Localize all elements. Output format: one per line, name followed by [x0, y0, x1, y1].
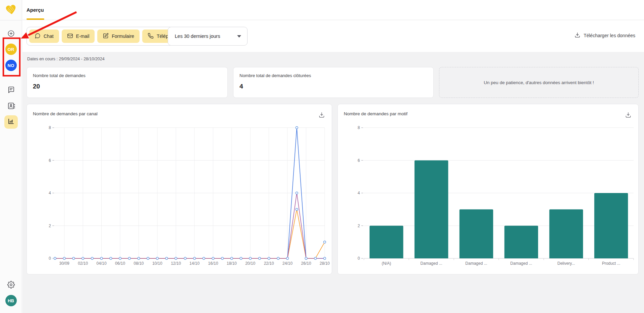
line-chart: 30/0902/1004/1006/1008/1010/1012/1014/10… — [27, 104, 332, 274]
sidebar-header-divider — [0, 20, 22, 20]
svg-text:6: 6 — [49, 158, 51, 163]
chat-icon — [7, 86, 15, 95]
svg-text:26/10: 26/10 — [301, 261, 311, 266]
sidebar-item-conversations[interactable] — [7, 86, 15, 95]
stat-closed-value: 4 — [239, 83, 427, 90]
svg-text:Damaged ...: Damaged ... — [465, 261, 487, 266]
svg-text:04/10: 04/10 — [97, 261, 107, 266]
envelope-icon — [67, 33, 73, 40]
period-select[interactable]: Les 30 derniers jours — [168, 27, 248, 46]
line-chart-title: Nombre de demandes par canal — [33, 111, 98, 116]
channel-filter-group: Chat E-mail Formulaire — [26, 27, 187, 46]
bar-chart-icon — [7, 118, 15, 126]
filter-bar: Chat E-mail Formulaire — [22, 20, 644, 52]
plus-circle-icon — [7, 29, 15, 39]
date-range-label: Dates en cours : 29/09/2024 - 28/10/2024 — [27, 57, 105, 61]
svg-text:8: 8 — [358, 125, 360, 130]
gear-icon — [7, 281, 15, 290]
avatar-or: OR — [5, 44, 17, 55]
bar-chart: 02468(N/A)Damaged ...Damaged ...Damaged … — [338, 104, 639, 274]
coming-soon-card: Un peu de patience, d'autres données arr… — [439, 67, 639, 98]
chat-bubble-icon — [35, 33, 41, 40]
main-content: Dates en cours : 29/09/2024 - 28/10/2024… — [22, 52, 644, 313]
tab-apercu[interactable]: Aperçu — [26, 7, 44, 13]
svg-text:Product ...: Product ... — [602, 261, 621, 266]
filter-email-button[interactable]: E-mail — [62, 29, 95, 43]
phone-icon — [148, 33, 154, 40]
bar-chart-download-button[interactable] — [625, 112, 632, 120]
add-workspace-button[interactable] — [7, 29, 15, 39]
sidebar-item-contacts[interactable] — [7, 102, 15, 111]
svg-text:08/10: 08/10 — [134, 261, 144, 266]
svg-text:(N/A): (N/A) — [382, 261, 391, 266]
svg-text:12/10: 12/10 — [171, 261, 181, 266]
workspace-avatar-no[interactable]: NO — [5, 60, 17, 71]
svg-text:16/10: 16/10 — [208, 261, 218, 266]
analytics-active-tile — [4, 115, 18, 129]
svg-text:20/10: 20/10 — [245, 261, 255, 266]
svg-text:2: 2 — [49, 224, 51, 228]
sidebar-item-settings[interactable] — [7, 281, 15, 290]
heart-logo-icon — [5, 4, 17, 16]
period-select-value: Les 30 derniers jours — [175, 34, 220, 39]
form-pen-icon — [103, 33, 109, 40]
svg-text:28/10: 28/10 — [320, 261, 330, 266]
svg-text:24/10: 24/10 — [282, 261, 292, 266]
svg-text:8: 8 — [49, 125, 51, 130]
download-data-button[interactable]: Télécharger les données — [574, 32, 635, 39]
svg-text:0: 0 — [49, 256, 51, 261]
sidebar-item-analytics-active[interactable] — [4, 115, 18, 129]
user-avatar-hb[interactable]: HB — [5, 295, 17, 306]
svg-text:18/10: 18/10 — [227, 261, 237, 266]
svg-text:06/10: 06/10 — [115, 261, 125, 266]
svg-text:0: 0 — [358, 256, 360, 261]
download-icon — [574, 32, 581, 39]
chevron-down-icon — [237, 35, 241, 38]
svg-text:02/10: 02/10 — [78, 261, 88, 266]
app-logo[interactable] — [5, 4, 17, 16]
stat-total-value: 20 — [33, 83, 221, 90]
stat-total-label: Nombre total de demandes — [33, 73, 221, 78]
filter-form-button[interactable]: Formulaire — [97, 29, 140, 43]
svg-text:Damaged ...: Damaged ... — [420, 261, 442, 266]
stat-card-closed: Nombre total de demandes clôturées 4 — [233, 67, 434, 98]
contacts-icon — [7, 102, 15, 111]
sidebar: OR NO — [0, 0, 22, 313]
svg-text:30/09: 30/09 — [59, 261, 69, 266]
line-chart-download-button[interactable] — [318, 112, 325, 120]
svg-text:4: 4 — [358, 191, 360, 195]
stat-closed-label: Nombre total de demandes clôturées — [239, 73, 427, 78]
svg-text:14/10: 14/10 — [190, 261, 200, 266]
filter-email-label: E-mail — [76, 34, 90, 39]
download-label: Télécharger les données — [584, 33, 635, 38]
svg-text:Damaged ...: Damaged ... — [510, 261, 532, 266]
workspace-avatar-or[interactable]: OR — [5, 44, 17, 55]
svg-text:Delivery...: Delivery... — [557, 261, 575, 266]
filter-chat-button[interactable]: Chat — [29, 29, 59, 43]
svg-text:2: 2 — [358, 224, 360, 228]
avatar-no: NO — [5, 60, 17, 71]
topbar: Aperçu — [22, 0, 644, 20]
coming-soon-text: Un peu de patience, d'autres données arr… — [484, 80, 594, 85]
filter-chat-label: Chat — [44, 34, 54, 39]
svg-text:4: 4 — [49, 191, 51, 195]
line-chart-card: Nombre de demandes par canal 30/0902/100… — [26, 104, 332, 274]
filter-form-label: Formulaire — [112, 34, 134, 39]
stat-card-total: Nombre total de demandes 20 — [26, 67, 228, 98]
svg-text:10/10: 10/10 — [152, 261, 162, 266]
bar-chart-title: Nombre de demandes par motif — [344, 111, 408, 116]
avatar-hb: HB — [5, 295, 17, 306]
tab-active-underline — [26, 18, 44, 20]
bar-chart-card: Nombre de demandes par motif 02468(N/A)D… — [337, 104, 639, 274]
svg-text:22/10: 22/10 — [264, 261, 274, 266]
svg-text:6: 6 — [358, 158, 360, 163]
